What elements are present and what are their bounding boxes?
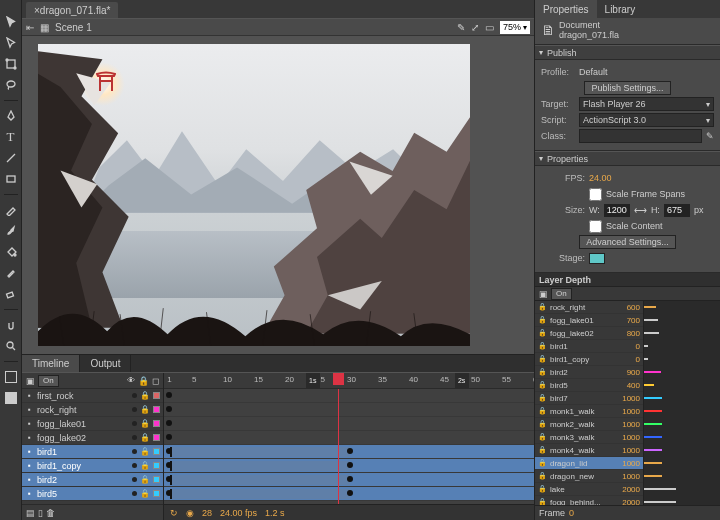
fps-value[interactable]: 24.00 [589, 173, 612, 183]
ld-depth-value[interactable]: 700 [614, 316, 640, 325]
scene-label[interactable]: Scene 1 [55, 22, 92, 33]
ld-depth-value[interactable]: 1000 [614, 446, 640, 455]
layerdepth-row[interactable]: 🔒bird5400 [535, 379, 643, 392]
lock-header-icon[interactable]: 🔒 [138, 376, 149, 386]
layerdepth-row[interactable]: 🔒bird71000 [535, 392, 643, 405]
timeline-layer[interactable]: ▪fogg_lake02🔒 [22, 431, 163, 445]
bucket-tool[interactable] [3, 244, 19, 260]
ld-depth-value[interactable]: 900 [614, 368, 640, 377]
properties-accordion[interactable]: ▾Properties [535, 151, 720, 166]
visibility-dot[interactable] [132, 491, 137, 496]
ld-depth-line[interactable] [644, 397, 662, 399]
layerdepth-row[interactable]: 🔒monk3_walk1000 [535, 431, 643, 444]
timeline-layer[interactable]: ▪bird5🔒 [22, 487, 163, 501]
visibility-dot[interactable] [132, 449, 137, 454]
layerdepth-row[interactable]: 🔒fogg_lake01700 [535, 314, 643, 327]
outline-swatch[interactable] [153, 490, 160, 497]
class-input[interactable] [579, 129, 702, 143]
new-layer-icon[interactable]: ▤ [26, 508, 35, 518]
outline-swatch[interactable] [153, 462, 160, 469]
lock-icon[interactable]: 🔒 [140, 489, 150, 498]
ld-depth-line[interactable] [644, 332, 659, 334]
scale-content-checkbox[interactable] [589, 220, 602, 233]
lock-icon[interactable]: 🔒 [140, 391, 150, 400]
eraser-tool[interactable] [3, 286, 19, 302]
layerdepth-row[interactable]: 🔒bird2900 [535, 366, 643, 379]
layerdepth-row[interactable]: 🔒fogg_behind...2000 [535, 496, 643, 505]
lock-icon[interactable]: 🔒 [140, 475, 150, 484]
onion-icon[interactable]: ◉ [186, 508, 194, 518]
scale-spans-checkbox[interactable] [589, 188, 602, 201]
layerdepth-row[interactable]: 🔒lake2000 [535, 483, 643, 496]
track[interactable] [164, 389, 534, 403]
eyedrop-tool[interactable] [3, 265, 19, 281]
ld-depth-value[interactable]: 0 [614, 342, 640, 351]
zoom-dropdown[interactable]: 75%▾ [500, 21, 530, 34]
ld-depth-line[interactable] [644, 410, 662, 412]
outline-swatch[interactable] [153, 434, 160, 441]
ld-depth-value[interactable]: 1000 [614, 433, 640, 442]
ld-depth-line[interactable] [644, 319, 658, 321]
stroke-swatch[interactable] [3, 369, 19, 385]
outline-swatch[interactable] [153, 420, 160, 427]
camera-icon[interactable]: ▣ [26, 376, 35, 386]
edit-scene-icon[interactable]: ✎ [457, 22, 465, 33]
visibility-dot[interactable] [132, 421, 137, 426]
lasso-tool[interactable] [3, 77, 19, 93]
ld-depth-value[interactable]: 600 [614, 303, 640, 312]
timeline-layer[interactable]: ▪bird1🔒 [22, 445, 163, 459]
subselect-tool[interactable] [3, 35, 19, 51]
scene-home-icon[interactable]: ⇤ [26, 22, 34, 33]
stage-color-swatch[interactable] [589, 253, 605, 264]
stage[interactable] [38, 44, 470, 346]
fill-swatch[interactable] [3, 390, 19, 406]
track[interactable] [164, 417, 534, 431]
layerdepth-header[interactable]: Layer Depth [535, 273, 720, 287]
ld-depth-line[interactable] [644, 462, 662, 464]
advanced-settings-button[interactable]: Advanced Settings... [579, 235, 676, 249]
ld-depth-line[interactable] [644, 449, 662, 451]
ld-depth-line[interactable] [644, 501, 676, 503]
track[interactable] [164, 431, 534, 445]
timeline-ruler[interactable]: 151015202530354045505560651s2s [164, 373, 534, 389]
eye-icon[interactable]: 👁 [127, 376, 135, 385]
tab-timeline[interactable]: Timeline [22, 355, 80, 373]
edit-class-icon[interactable]: ✎ [706, 131, 714, 141]
timeline-layer[interactable]: ▪fogg_lake01🔒 [22, 417, 163, 431]
ld-depth-line[interactable] [644, 345, 648, 347]
timeline-layer[interactable]: ▪rock_right🔒 [22, 403, 163, 417]
layerdepth-row[interactable]: 🔒dragon_new1000 [535, 470, 643, 483]
playhead[interactable] [338, 389, 339, 504]
height-input[interactable]: 675 [664, 204, 690, 217]
ld-depth-value[interactable]: 400 [614, 381, 640, 390]
ld-depth-value[interactable]: 1000 [614, 472, 640, 481]
ld-depth-line[interactable] [644, 423, 662, 425]
track[interactable] [164, 459, 534, 473]
scale-icon[interactable]: ⤢ [471, 22, 479, 33]
ld-depth-line[interactable] [644, 384, 654, 386]
timeline-layer[interactable]: ▪bird2🔒 [22, 473, 163, 487]
timeline-tracks[interactable] [164, 389, 534, 504]
ld-depth-line[interactable] [644, 358, 648, 360]
center-icon[interactable]: ▭ [485, 22, 494, 33]
ld-depth-value[interactable]: 800 [614, 329, 640, 338]
onion-on-toggle[interactable]: On [38, 375, 59, 387]
rect-tool[interactable] [3, 171, 19, 187]
publish-accordion[interactable]: ▾Publish [535, 45, 720, 60]
lock-icon[interactable]: 🔒 [140, 405, 150, 414]
ld-depth-value[interactable]: 1000 [614, 394, 640, 403]
new-folder-icon[interactable]: ▯ [38, 508, 43, 518]
visibility-dot[interactable] [132, 477, 137, 482]
ld-depth-value[interactable]: 2000 [614, 498, 640, 506]
publish-settings-button[interactable]: Publish Settings... [584, 81, 670, 95]
brush-tool[interactable] [3, 223, 19, 239]
visibility-dot[interactable] [132, 435, 137, 440]
visibility-dot[interactable] [132, 393, 137, 398]
tab-properties[interactable]: Properties [535, 0, 597, 18]
visibility-dot[interactable] [132, 407, 137, 412]
outline-swatch[interactable] [153, 476, 160, 483]
zoom-tool[interactable] [3, 338, 19, 354]
ld-camera-icon[interactable]: ▣ [539, 289, 548, 299]
track[interactable] [164, 473, 534, 487]
layerdepth-row[interactable]: 🔒rock_right600 [535, 301, 643, 314]
